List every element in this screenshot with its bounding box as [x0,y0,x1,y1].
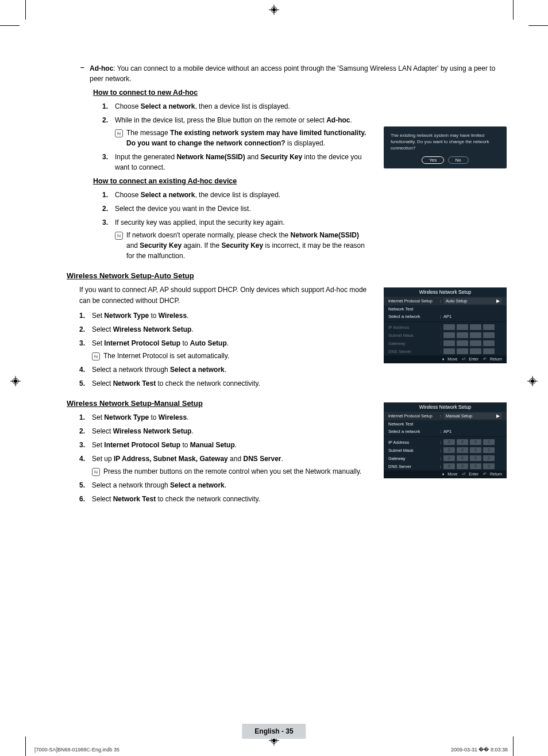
menu-row-dns: DNS Server: [384,347,507,355]
dialog-message: The existing network system may have lim… [391,132,500,152]
list-item: 1. Choose Select a network, the device l… [102,190,508,200]
menu-label: Select a network [388,429,440,434]
heading-auto-setup: Wireless Network Setup-Auto Setup [67,271,508,280]
menu-title: Wireless Network Setup [384,402,507,412]
adhoc-intro: – Ad-hoc: You can connect to a mobile de… [80,63,508,84]
menu-row-ip[interactable]: IP Address: 0000 [384,438,507,446]
menu-value: Manual Setup [446,413,472,419]
crop-mark [0,25,20,26]
list-item: 1. Choose Select a network, then a devic… [102,101,508,112]
note-icon: N [92,351,103,361]
registration-mark-icon [10,376,21,386]
nav-move-icon: ♦ [442,357,445,361]
menu-label: Internet Protocol Setup [388,298,440,304]
nav-enter-icon: ⏎ [462,472,465,476]
chevron-right-icon: ▶ [496,413,500,419]
heading-connect-existing-adhoc: How to connect an existing Ad-hoc device [93,177,508,185]
crop-mark [25,0,26,20]
menu-label: Gateway [388,341,440,346]
menu-label: Subnet Mask [388,448,440,453]
menu-label: DNS Server [388,464,440,469]
heading-connect-new-adhoc: How to connect to new Ad-hoc [93,89,508,97]
dialog-yes-button[interactable]: Yes [422,156,444,164]
wireless-setup-menu-auto: Wireless Network Setup Internet Protocol… [384,287,507,363]
menu-row-select-network[interactable]: Select a network : AP1 [384,313,507,320]
note-icon: N [115,230,126,261]
menu-label: IP Address [388,440,440,445]
print-footer-left: [7000-SA]BN68-01988C-Eng.indb 35 [34,747,119,753]
registration-mark-icon [269,5,279,15]
menu-row-ips[interactable]: Internet Protocol Setup : Manual Setup▶ [384,412,507,420]
note-icon: N [92,466,103,477]
menu-value: AP1 [443,429,502,434]
menu-row-dns[interactable]: DNS Server: 0000 [384,462,507,470]
crop-mark [528,25,548,26]
menu-footer: ♦Move ⏎Enter ↶Return [384,470,507,478]
menu-label: Network Test [388,421,440,427]
nav-move-icon: ♦ [442,472,445,476]
menu-value: Auto Setup [446,298,467,304]
list-item: 5.Select a network through Select a netw… [79,480,508,490]
print-footer-right: 2009-03-31 �� 8:03:38 [451,747,508,753]
menu-row-select-network[interactable]: Select a network : AP1 [384,428,507,435]
nav-return-icon: ↶ [483,357,487,361]
list-item: 5.Select Network Test to check the netwo… [79,378,508,389]
menu-row-subnet: Subnet Mask: [384,331,507,339]
menu-title: Wireless Network Setup [384,287,507,297]
menu-row-subnet[interactable]: Subnet Mask: 0000 [384,446,507,454]
menu-row-network-test[interactable]: Network Test [384,305,507,313]
list-item: 3. If security key was applied, input th… [102,217,508,261]
list-item: 4.Select a network through Select a netw… [79,364,508,375]
crop-mark [25,736,26,756]
menu-footer: ♦Move ⏎Enter ↶Return [384,355,507,363]
menu-label: Subnet Mask [388,333,440,338]
list-item: 6.Select Network Test to check the netwo… [79,494,508,504]
confirmation-dialog: The existing network system may have lim… [384,126,507,168]
menu-row-network-test[interactable]: Network Test [384,420,507,428]
menu-label: IP Address [388,325,440,330]
dialog-no-button[interactable]: No [448,156,469,164]
crop-mark [513,736,514,756]
menu-label: Network Test [388,306,440,312]
menu-row-gateway[interactable]: Gateway: 0000 [384,454,507,462]
nav-enter-icon: ⏎ [462,357,465,361]
menu-row-gateway: Gateway: [384,339,507,347]
menu-label: Gateway [388,456,440,461]
menu-row-ips[interactable]: Internet Protocol Setup : Auto Setup▶ [384,297,507,305]
nav-return-icon: ↶ [483,472,487,476]
menu-row-ip: IP Address: [384,323,507,331]
menu-value: AP1 [443,314,502,319]
note-icon: N [115,128,126,148]
crop-mark [513,0,514,20]
menu-label: Internet Protocol Setup [388,413,440,419]
menu-label: Select a network [388,314,440,319]
menu-label: DNS Server [388,349,440,354]
list-item: 2. Select the device you want in the Dev… [102,204,508,214]
chevron-right-icon: ▶ [496,298,500,304]
registration-mark-icon [527,376,538,386]
page-number: English - 35 [242,724,306,739]
wireless-setup-menu-manual: Wireless Network Setup Internet Protocol… [384,402,507,478]
